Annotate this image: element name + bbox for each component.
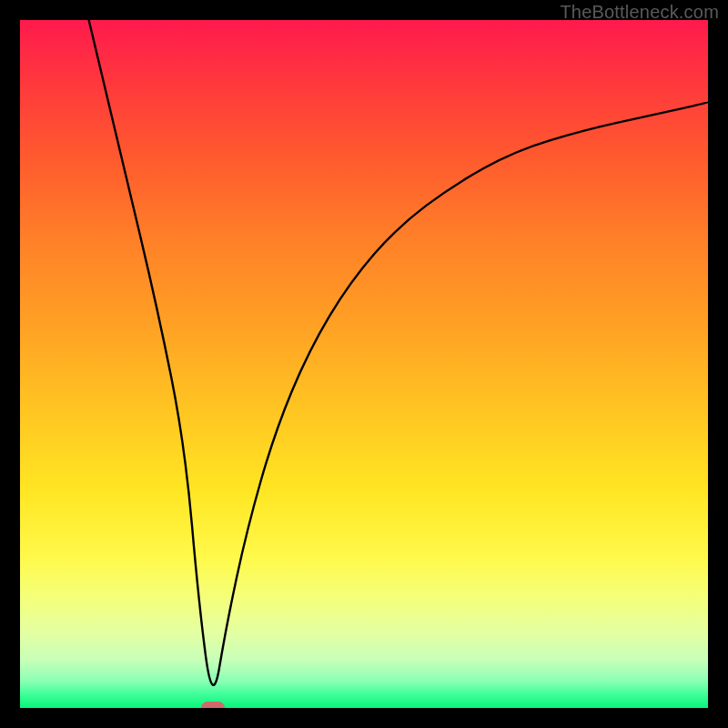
min-marker [201, 702, 225, 708]
plot-area [20, 20, 708, 708]
chart-frame: TheBottleneck.com [0, 0, 728, 728]
watermark-label: TheBottleneck.com [560, 2, 719, 23]
bottleneck-curve [20, 20, 708, 708]
